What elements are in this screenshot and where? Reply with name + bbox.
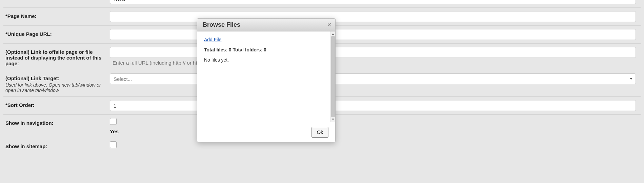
dialog-title: Browse Files (203, 21, 326, 28)
show-sitemap-checkbox[interactable] (110, 141, 117, 148)
show-nav-checkbox[interactable] (110, 118, 117, 125)
level3-parent-select[interactable]: None (110, 0, 636, 4)
scroll-up-icon[interactable]: ▲ (331, 31, 335, 36)
page-name-input[interactable] (110, 11, 636, 22)
label-show-sitemap: Show in sitemap: (5, 141, 110, 149)
label-page-name: *Page Name: (5, 11, 110, 19)
label-unique-url: *Unique Page URL: (5, 29, 110, 37)
label-show-nav: Show in navigation: (5, 118, 110, 126)
label-level3-parent: Level 3 Parent: (5, 0, 110, 1)
label-link-target-sub: Used for link above. Open new tab/window… (5, 82, 110, 93)
offsite-link-helper: Enter a full URL (including http:// or h… (113, 60, 636, 66)
link-target-select[interactable]: Select... (110, 73, 636, 84)
dialog-titlebar[interactable]: Browse Files ✕ (197, 19, 335, 31)
scroll-track[interactable] (331, 36, 335, 117)
add-file-link[interactable]: Add File (204, 37, 221, 42)
dialog-content: Add File Total files: 0 Total folders: 0… (197, 31, 330, 122)
unique-url-input[interactable] (110, 29, 636, 40)
label-offsite-link: (Optional) Link to offsite page or file … (5, 47, 110, 66)
dialog-body: Add File Total files: 0 Total folders: 0… (197, 31, 335, 122)
dialog-footer: Ok (197, 122, 335, 142)
browse-files-dialog: Browse Files ✕ Add File Total files: 0 T… (197, 18, 336, 142)
scroll-thumb[interactable] (331, 36, 335, 117)
empty-message: No files yet. (204, 57, 324, 63)
file-stats: Total files: 0 Total folders: 0 (204, 47, 324, 52)
sort-order-input[interactable] (110, 100, 636, 111)
scroll-down-icon[interactable]: ▼ (331, 117, 335, 122)
close-icon[interactable]: ✕ (326, 22, 333, 28)
ok-button[interactable]: Ok (311, 127, 328, 138)
row-level3-parent: Level 3 Parent: None (3, 0, 641, 7)
label-link-target-main: (Optional) Link Target: (5, 75, 60, 81)
dialog-scrollbar[interactable]: ▲ ▼ (330, 31, 335, 122)
label-sort-order: *Sort Order: (5, 100, 110, 108)
show-nav-option: Yes (110, 129, 636, 134)
offsite-link-input[interactable] (110, 47, 636, 58)
label-link-target: (Optional) Link Target: Used for link ab… (5, 73, 110, 93)
